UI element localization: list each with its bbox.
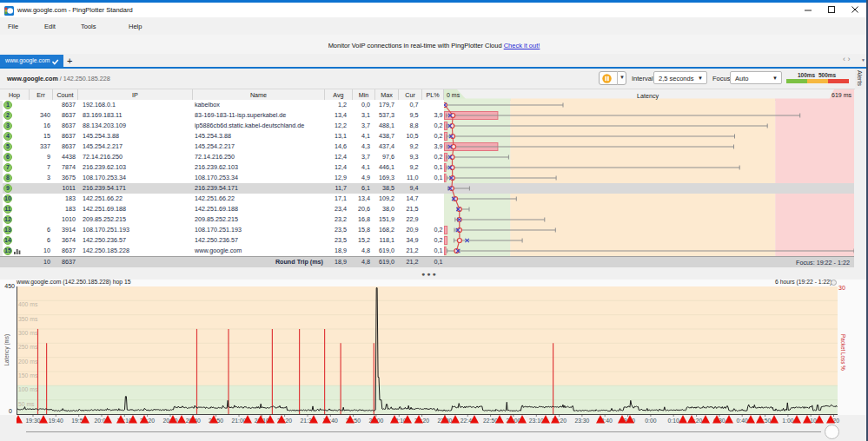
svg-text:100 ms: 100 ms xyxy=(18,386,38,392)
svg-text:300 ms: 300 ms xyxy=(18,330,38,336)
svg-text:200 ms: 200 ms xyxy=(18,359,38,365)
svg-text:0:10: 0:10 xyxy=(668,418,679,424)
svg-text:1:00: 1:00 xyxy=(782,418,793,424)
svg-text:0:00: 0:00 xyxy=(645,418,656,424)
svg-text:0:40: 0:40 xyxy=(737,418,748,424)
svg-text:50 ms: 50 ms xyxy=(18,401,35,407)
svg-text:150 ms: 150 ms xyxy=(18,372,38,378)
svg-text:250 ms: 250 ms xyxy=(18,344,38,350)
svg-text:Focus: 19:22 - 1:22: Focus: 19:22 - 1:22 xyxy=(796,259,850,267)
svg-text:23:30: 23:30 xyxy=(574,418,589,424)
svg-text:350 ms: 350 ms xyxy=(18,316,38,322)
svg-text:19:30: 19:30 xyxy=(25,418,40,424)
svg-text:400 ms: 400 ms xyxy=(18,301,38,307)
svg-text:23:10: 23:10 xyxy=(529,418,544,424)
svg-text:19:40: 19:40 xyxy=(49,418,63,424)
